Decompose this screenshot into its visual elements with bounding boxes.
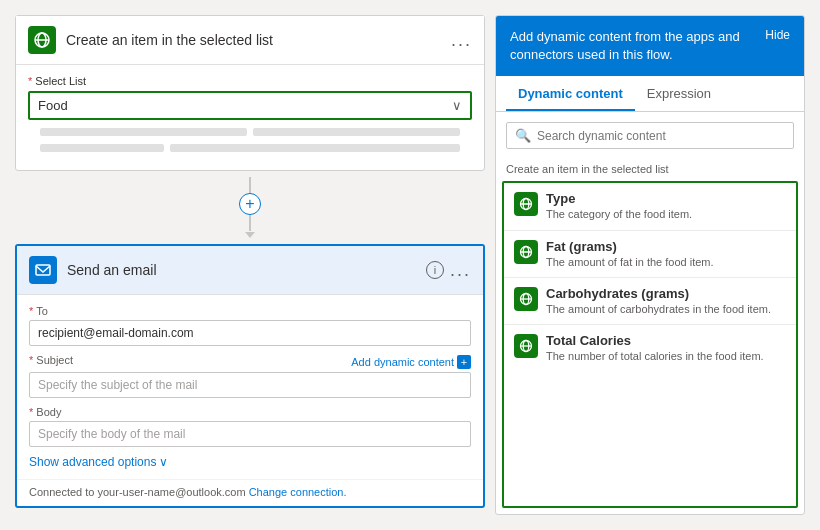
to-input[interactable]: recipient@email-domain.com (29, 320, 471, 346)
to-field: * To recipient@email-domain.com (29, 305, 471, 346)
item-title: Total Calories (546, 333, 786, 348)
add-dynamic-icon: + (457, 355, 471, 369)
create-item-title: Create an item in the selected list (66, 32, 451, 48)
search-box: 🔍 (506, 122, 794, 149)
sharepoint-icon (28, 26, 56, 54)
dynamic-content-panel: Add dynamic content from the apps and co… (495, 15, 805, 515)
item-title: Fat (grams) (546, 239, 786, 254)
item-content: Type The category of the food item. (546, 191, 786, 221)
placeholder-bar-2 (253, 128, 460, 136)
add-dynamic-content-button[interactable]: Add dynamic content + (351, 355, 471, 369)
connector-arrow-icon (245, 232, 255, 238)
item-icon (514, 240, 538, 264)
placeholder-bar-4 (170, 144, 460, 152)
chevron-down-icon: ∨ (159, 455, 168, 469)
show-advanced-button[interactable]: Show advanced options ∨ (29, 455, 471, 469)
tab-expression[interactable]: Expression (635, 76, 723, 111)
select-list-dropdown[interactable]: Food ∨ (28, 91, 472, 120)
send-email-body: * To recipient@email-domain.com * Subjec… (17, 295, 483, 479)
dynamic-item[interactable]: Fat (grams) The amount of fat in the foo… (504, 231, 796, 278)
tab-dynamic-content[interactable]: Dynamic content (506, 76, 635, 111)
connector-line-bottom (249, 215, 251, 231)
show-advanced-label: Show advanced options (29, 455, 156, 469)
add-dynamic-label: Add dynamic content (351, 356, 454, 368)
subject-label: * Subject (29, 354, 73, 366)
item-title: Carbohydrates (grams) (546, 286, 786, 301)
create-item-card: Create an item in the selected list ... … (15, 15, 485, 171)
dynamic-item[interactable]: Type The category of the food item. (504, 183, 796, 230)
body-input[interactable]: Specify the body of the mail (29, 421, 471, 447)
item-desc: The amount of fat in the food item. (546, 255, 786, 269)
card-footer: Connected to your-user-name@outlook.com … (17, 479, 483, 506)
placeholder-bar-1 (40, 128, 247, 136)
add-step-button[interactable]: + (239, 193, 261, 215)
send-email-title: Send an email (67, 262, 426, 278)
item-content: Total Calories The number of total calor… (546, 333, 786, 363)
dynamic-tabs: Dynamic content Expression (496, 76, 804, 112)
send-email-menu[interactable]: ... (450, 260, 471, 281)
item-title: Type (546, 191, 786, 206)
search-icon: 🔍 (515, 128, 531, 143)
to-label: * To (29, 305, 471, 317)
connection-text: Connected to your-user-name@outlook.com (29, 486, 246, 498)
item-desc: The number of total calories in the food… (546, 349, 786, 363)
chevron-down-icon: ∨ (452, 98, 462, 113)
dynamic-items-list: Type The category of the food item. Fat … (502, 181, 798, 508)
item-icon (514, 334, 538, 358)
outlook-icon (29, 256, 57, 284)
info-icon[interactable]: i (426, 261, 444, 279)
subject-input[interactable]: Specify the subject of the mail (29, 372, 471, 398)
item-desc: The amount of carbohydrates in the food … (546, 302, 786, 316)
item-content: Carbohydrates (grams) The amount of carb… (546, 286, 786, 316)
hide-button[interactable]: Hide (765, 28, 790, 42)
body-field: * Body Specify the body of the mail (29, 406, 471, 447)
create-item-body: * Select List Food ∨ (16, 65, 484, 170)
create-item-header: Create an item in the selected list ... (16, 16, 484, 65)
dynamic-panel-header: Add dynamic content from the apps and co… (496, 16, 804, 76)
change-connection-link[interactable]: Change connection. (249, 486, 347, 498)
dynamic-header-text: Add dynamic content from the apps and co… (510, 28, 755, 64)
body-label: * Body (29, 406, 471, 418)
flow-connector: + (15, 171, 485, 244)
create-item-menu[interactable]: ... (451, 30, 472, 51)
list-value: Food (38, 98, 68, 113)
item-content: Fat (grams) The amount of fat in the foo… (546, 239, 786, 269)
item-icon (514, 192, 538, 216)
search-dynamic-input[interactable] (537, 129, 785, 143)
item-icon (514, 287, 538, 311)
send-email-card: Send an email i ... * To recipient@email… (15, 244, 485, 508)
section-label: Create an item in the selected list (496, 159, 804, 181)
connector-line-top (249, 177, 251, 193)
svg-rect-3 (36, 265, 50, 275)
subject-field: * Subject Add dynamic content + Specify … (29, 354, 471, 398)
subject-row: * Subject Add dynamic content + (29, 354, 471, 369)
placeholder-bar-3 (40, 144, 164, 152)
dynamic-item[interactable]: Carbohydrates (grams) The amount of carb… (504, 278, 796, 325)
item-desc: The category of the food item. (546, 207, 786, 221)
send-email-header: Send an email i ... (17, 246, 483, 295)
select-list-label: * Select List (28, 75, 472, 87)
dynamic-item[interactable]: Total Calories The number of total calor… (504, 325, 796, 371)
